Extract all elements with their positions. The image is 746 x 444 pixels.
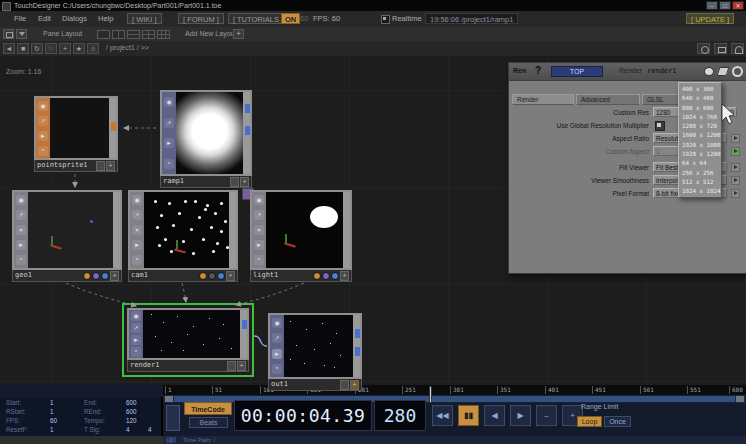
refresh-icon[interactable]: ↻ [31,43,43,54]
menu-item-resolution[interactable]: 1280 x 720 [679,122,721,131]
parameter-dialog-header[interactable]: Ren ? TOP Render render1 [509,63,746,81]
beats-mode-button[interactable]: Beats [189,417,228,428]
lock-flag-icon[interactable] [132,255,142,265]
family-dot-blue[interactable] [331,272,339,280]
slash-button[interactable]: / [166,437,176,443]
menu-item-resolution[interactable]: 1024 x 768 [679,113,721,122]
range-start-handle[interactable] [164,395,174,403]
back-arrow-icon[interactable]: ◄ [3,43,15,54]
output-connector[interactable] [245,126,250,135]
pickable-flag-icon[interactable] [254,225,264,235]
eraser-icon[interactable] [717,67,730,76]
node-plus-button[interactable]: + [110,271,119,281]
node-geo1[interactable]: geo1 + [12,190,122,282]
node-ramp1[interactable]: ramp1 + [160,90,252,188]
node-comment-box[interactable] [340,380,349,390]
display-flag-icon[interactable] [132,195,142,205]
pane-split-icon[interactable] [714,43,727,54]
pane-circle-icon[interactable] [697,43,710,54]
menu-help[interactable]: Help [98,11,113,26]
node-viewer[interactable] [50,98,109,158]
gear-icon[interactable] [732,66,743,77]
input-arrow-icon[interactable] [272,349,282,359]
loop-button[interactable]: Loop [577,416,602,427]
once-button[interactable]: Once [604,416,631,427]
rstart-value[interactable]: 1 [50,408,54,415]
node-plus-button[interactable]: + [237,361,246,371]
pane-grid-icon[interactable] [3,29,14,39]
tsig-value[interactable]: 4 [126,426,130,433]
family-dot-purple[interactable] [92,272,100,280]
resolution-menu-arrow-active[interactable] [731,147,740,156]
wiki-button[interactable]: [ WIKI ] [127,13,162,24]
node-plus-button[interactable]: + [106,161,115,171]
tsig-value2[interactable]: 4 [148,426,152,433]
pane-person-icon[interactable] [731,43,744,54]
node-comment-box[interactable] [227,361,236,371]
lock-flag-icon[interactable] [164,159,174,169]
lock-flag-icon[interactable] [38,146,48,156]
menu-item-resolution[interactable]: 64 x 64 [679,159,721,168]
pane-download-icon[interactable] [16,29,27,39]
render-flag-icon[interactable] [16,210,26,220]
start-value[interactable]: 1 [50,399,54,406]
jump-to-start-button[interactable]: ◀◀ [432,405,453,426]
node-label[interactable]: cam1 [131,270,198,281]
menu-item-resolution[interactable]: 1024 x 1024 [679,187,721,196]
menu-item-resolution[interactable]: 1920 x 1200 [679,150,721,159]
node-light1[interactable]: light1 + [250,190,352,282]
display-flag-icon[interactable] [164,97,174,107]
render-flag-icon[interactable] [164,118,174,128]
update-button[interactable]: [ UPDATE ] [686,13,734,24]
pickable-flag-icon[interactable] [16,225,26,235]
node-viewer[interactable] [28,192,113,268]
render-flag-icon[interactable] [132,210,142,220]
menu-item-resolution[interactable]: 400 x 300 [679,85,721,94]
tutorials-button[interactable]: [ TUTORIALS ] [228,13,288,24]
node-plus-button[interactable]: + [226,271,235,281]
family-dot-purple[interactable] [322,272,330,280]
display-flag-icon[interactable] [254,195,264,205]
home-icon[interactable]: ⌂ [87,43,99,54]
node-comment-box[interactable] [230,177,239,187]
aspect-ratio-menu-arrow[interactable] [731,134,740,143]
menu-item-resolution[interactable]: 800 x 600 [679,104,721,113]
global-res-checkbox[interactable] [655,121,665,131]
node-viewer[interactable] [266,192,343,268]
node-label[interactable]: pointsprite1 [37,160,95,171]
layout-preset-icon[interactable] [112,30,125,39]
menu-file[interactable]: File [14,11,26,26]
timecode-mode-button[interactable]: TimeCode [184,402,232,415]
family-dot-orange[interactable] [83,272,91,280]
bypass-flag-icon[interactable] [132,240,142,250]
node-label[interactable]: geo1 [15,270,82,281]
fps-label[interactable]: FPS: 60 [313,11,340,26]
bypass-flag-icon[interactable] [16,240,26,250]
family-dot-dim[interactable] [208,272,216,280]
add-icon[interactable]: + [59,43,71,54]
realtime-checkbox[interactable] [381,15,390,24]
help-button[interactable]: ? [535,65,541,76]
menu-item-resolution[interactable]: 256 x 256 [679,169,721,178]
node-label[interactable]: ramp1 [163,176,229,187]
node-plus-button[interactable]: + [350,380,359,390]
family-dot-blue[interactable] [101,272,109,280]
node-viewer[interactable] [176,92,243,174]
close-button[interactable]: ✕ [732,1,744,10]
menu-item-resolution[interactable]: 640 x 480 [679,94,721,103]
viewer-smoothness-menu-arrow[interactable] [731,176,740,185]
render-flag-icon[interactable] [272,333,282,343]
end-value[interactable]: 600 [126,399,137,406]
node-out1[interactable]: out1 + [268,313,362,391]
timeline-mini-button[interactable] [166,405,180,431]
maximize-button[interactable]: □ [719,1,731,10]
bookmark-star-icon[interactable]: ★ [73,43,85,54]
op-name-field[interactable]: render1 [647,67,677,75]
play-reverse-button[interactable]: ◀ [484,405,505,426]
node-viewer[interactable] [143,310,240,358]
layout-preset-icon[interactable] [127,30,140,39]
node-viewer[interactable] [284,315,353,377]
resetf-value[interactable]: 1 [50,426,54,433]
node-plus-button[interactable]: + [340,271,349,281]
display-flag-icon[interactable] [131,311,141,321]
